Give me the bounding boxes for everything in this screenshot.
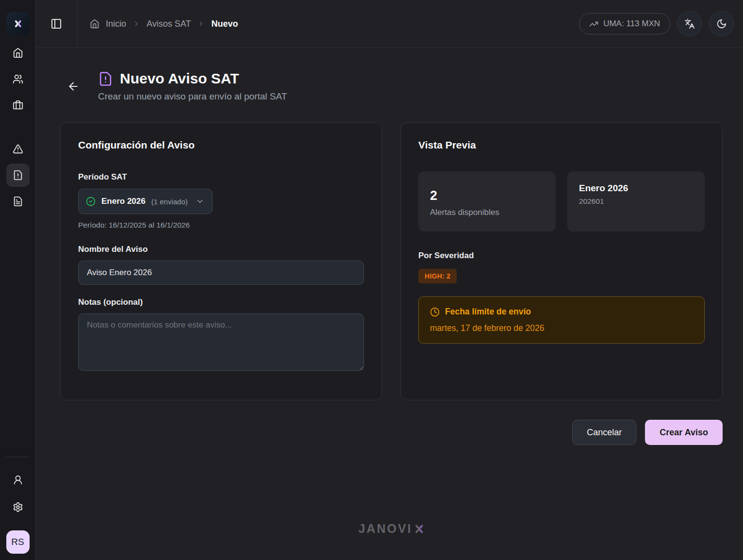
cards-row: Configuración del Aviso Período SAT Ener…: [60, 122, 723, 400]
preview-card: Vista Previa 2 Alertas disponibles Enero…: [400, 122, 723, 400]
sidebar-group-gap: [6, 120, 30, 134]
sidebar-item-briefcase[interactable]: [6, 94, 30, 117]
preview-card-title: Vista Previa: [418, 139, 705, 151]
alerts-count: 2: [430, 188, 544, 203]
name-label: Nombre del Aviso: [78, 245, 364, 254]
deadline-warning-box: Fecha límite de envío martes, 17 de febr…: [418, 296, 705, 344]
clock-icon: [430, 307, 440, 317]
home-icon: [13, 48, 23, 58]
dark-mode-toggle-button[interactable]: [709, 11, 734, 36]
breadcrumb-item-current: Nuevo: [211, 19, 238, 29]
severity-high-badge: HIGH: 2: [418, 269, 457, 283]
file-warning-icon: [13, 170, 23, 181]
moon-icon: [716, 18, 727, 29]
stat-period-tile: Enero 2026 202601: [567, 171, 705, 231]
cancel-button[interactable]: Cancelar: [572, 420, 636, 445]
sidebar-item-avisos-sat[interactable]: [6, 164, 30, 187]
config-card: Configuración del Aviso Período SAT Ener…: [60, 122, 382, 400]
period-select-value: Enero 2026: [101, 197, 146, 206]
app-logo[interactable]: [6, 12, 30, 35]
period-name: Enero 2026: [579, 183, 693, 194]
stat-alerts-tile: 2 Alertas disponibles: [418, 171, 556, 231]
sidebar-item-profile[interactable]: [6, 468, 30, 492]
breadcrumb-item-avisos-sat[interactable]: Avisos SAT: [147, 19, 191, 29]
arrow-left-icon: [67, 80, 80, 93]
home-icon[interactable]: [90, 19, 99, 29]
severity-label: Por Severidad: [418, 251, 705, 261]
deadline-title: Fecha límite de envío: [445, 307, 531, 317]
language-icon: [684, 18, 695, 29]
topbar: Inicio Avisos SAT Nuevo UMA: 113 MXN: [36, 0, 743, 48]
user-avatar[interactable]: RS: [6, 530, 30, 554]
form-actions: Cancelar Crear Aviso: [60, 420, 723, 445]
preview-stats: 2 Alertas disponibles Enero 2026 202601: [418, 171, 705, 231]
deadline-header: Fecha límite de envío: [430, 307, 693, 317]
breadcrumb: Inicio Avisos SAT Nuevo: [90, 19, 238, 29]
sidebar-bottom: RS: [6, 457, 30, 560]
page-header-text: Nuevo Aviso SAT Crear un nuevo aviso par…: [98, 70, 287, 102]
period-select-hint: (1 enviado): [151, 198, 188, 206]
sidebar-toggle-button[interactable]: [46, 13, 67, 34]
panel-left-icon: [50, 18, 62, 30]
file-warning-icon: [98, 71, 113, 86]
page-subtitle: Crear un nuevo aviso para envío al porta…: [98, 91, 287, 102]
config-card-title: Configuración del Aviso: [78, 139, 364, 151]
janovix-x-logo-icon: [12, 17, 24, 30]
chevron-right-icon: [132, 20, 140, 28]
trending-up-icon: [589, 19, 598, 29]
sidebar-nav: [6, 41, 30, 213]
uma-rate-badge: UMA: 113 MXN: [579, 13, 670, 34]
settings-gear-icon: [13, 502, 23, 512]
sidebar-item-home[interactable]: [6, 41, 30, 65]
uma-rate-text: UMA: 113 MXN: [603, 19, 660, 29]
user-icon: [13, 475, 23, 485]
deadline-date: martes, 17 de febrero de 2026: [430, 323, 693, 333]
topbar-actions: UMA: 113 MXN: [579, 11, 743, 36]
chevron-down-icon: [196, 197, 204, 206]
circle-check-icon: [86, 197, 96, 206]
sidebar-item-settings[interactable]: [6, 495, 30, 519]
chevron-right-icon: [197, 20, 205, 28]
briefcase-icon: [13, 100, 23, 111]
sidebar-item-alerts[interactable]: [6, 137, 30, 161]
period-select[interactable]: Enero 2026 (1 enviado): [78, 189, 213, 214]
alerts-count-label: Alertas disponibles: [430, 208, 544, 217]
content-area: Nuevo Aviso SAT Crear un nuevo aviso par…: [36, 48, 743, 560]
notes-textarea[interactable]: [78, 313, 364, 371]
period-code: 202601: [579, 197, 693, 206]
janovix-wordmark: JANOVI: [358, 522, 424, 536]
main-column: Inicio Avisos SAT Nuevo UMA: 113 MXN: [36, 0, 743, 560]
page-footer: JANOVI: [60, 522, 723, 536]
page-header: Nuevo Aviso SAT Crear un nuevo aviso par…: [67, 70, 723, 102]
sidebar-item-documents[interactable]: [6, 190, 30, 213]
notes-label: Notas (opcional): [78, 297, 364, 307]
page-title: Nuevo Aviso SAT: [120, 70, 239, 87]
aviso-name-input[interactable]: [78, 261, 364, 285]
file-text-icon: [13, 196, 23, 207]
app-window: RS Inicio Avisos SAT: [0, 0, 743, 560]
janovix-x-glyph-icon: [413, 523, 425, 535]
period-helper-text: Período: 16/12/2025 al 16/1/2026: [78, 221, 364, 230]
breadcrumb-item-inicio[interactable]: Inicio: [106, 19, 126, 29]
create-aviso-button[interactable]: Crear Aviso: [645, 420, 723, 445]
sidebar-item-users[interactable]: [6, 67, 30, 91]
language-toggle-button[interactable]: [677, 11, 702, 36]
sidebar: RS: [0, 0, 36, 560]
period-label: Período SAT: [78, 172, 364, 182]
users-icon: [13, 74, 23, 84]
wordmark-text: JANOVI: [358, 522, 412, 536]
topbar-divider: [77, 0, 77, 48]
page-title-row: Nuevo Aviso SAT: [98, 70, 287, 87]
alert-triangle-icon: [13, 144, 23, 154]
back-button[interactable]: [67, 80, 80, 93]
sidebar-divider: [6, 457, 30, 457]
